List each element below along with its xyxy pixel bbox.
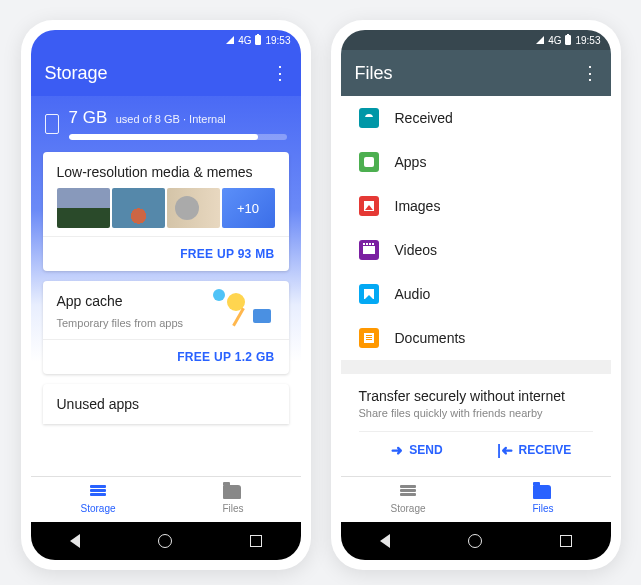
receive-button[interactable]: ➜| RECEIVE [476,432,593,468]
transfer-card: Transfer securely without internet Share… [341,374,611,476]
battery-icon [255,35,261,45]
network-label: 4G [548,35,561,46]
nav-label: Files [532,503,553,514]
bottom-nav: Storage Files [341,476,611,522]
thumbnail-more[interactable]: +10 [222,188,275,228]
home-button[interactable] [468,534,482,548]
documents-icon [359,328,379,348]
card-unused-apps[interactable]: Unused apps [43,384,289,424]
clock: 19:53 [575,35,600,46]
battery-icon [565,35,571,45]
nav-storage[interactable]: Storage [31,477,166,522]
system-nav-bar [341,522,611,560]
apps-icon [359,152,379,172]
category-received[interactable]: Received [341,96,611,140]
category-label: Received [395,110,453,126]
page-title: Storage [45,63,108,84]
nav-files[interactable]: Files [476,477,611,522]
signal-icon [226,36,234,44]
phone-icon [45,114,59,134]
card-subtitle: Temporary files from apps [43,317,209,337]
nav-files[interactable]: Files [166,477,301,522]
recents-button[interactable] [560,535,572,547]
category-images[interactable]: Images [341,184,611,228]
category-apps[interactable]: Apps [341,140,611,184]
cache-illustration [209,289,279,339]
received-icon [359,108,379,128]
category-label: Images [395,198,441,214]
category-audio[interactable]: Audio [341,272,611,316]
send-label: SEND [409,443,442,457]
audio-icon [359,284,379,304]
free-up-button[interactable]: FREE UP 1.2 GB [43,339,289,374]
thumbnail[interactable] [167,188,220,228]
back-button[interactable] [380,534,390,548]
thumbnail[interactable] [112,188,165,228]
nav-label: Storage [80,503,115,514]
card-low-res-media[interactable]: Low-resolution media & memes +10 FREE UP… [43,152,289,271]
content-area: Received Apps Images Videos Audio Docume… [341,96,611,476]
back-button[interactable] [70,534,80,548]
clock: 19:53 [265,35,290,46]
category-label: Audio [395,286,431,302]
app-bar: Files ⋮ [341,50,611,96]
recents-button[interactable] [250,535,262,547]
transfer-title: Transfer securely without internet [359,388,593,404]
thumbnail[interactable] [57,188,110,228]
storage-used-value: 7 GB [69,108,108,127]
nav-label: Files [222,503,243,514]
category-label: Apps [395,154,427,170]
send-button[interactable]: ➜ SEND [359,432,476,468]
system-nav-bar [31,522,301,560]
send-icon: ➜ [391,442,403,458]
status-bar: 4G 19:53 [31,30,301,50]
storage-summary: 7 GB used of 8 GB · Internal [31,96,301,152]
category-videos[interactable]: Videos [341,228,611,272]
page-title: Files [355,63,393,84]
card-title: Low-resolution media & memes [43,152,289,188]
storage-used-label: used of 8 GB · Internal [116,113,226,125]
phone-storage: 4G 19:53 Storage ⋮ 7 GB used of 8 GB · I… [21,20,311,570]
content-area: 7 GB used of 8 GB · Internal Low-resolut… [31,96,301,476]
phone-files: 4G 19:53 Files ⋮ Received Apps Images Vi… [331,20,621,570]
network-label: 4G [238,35,251,46]
folder-icon [533,485,551,499]
status-bar: 4G 19:53 [341,30,611,50]
category-label: Documents [395,330,466,346]
videos-icon [359,240,379,260]
separator [341,360,611,374]
storage-icon [398,485,418,501]
nav-storage[interactable]: Storage [341,477,476,522]
folder-icon [223,485,241,499]
receive-label: RECEIVE [519,443,572,457]
bottom-nav: Storage Files [31,476,301,522]
category-documents[interactable]: Documents [341,316,611,360]
card-app-cache[interactable]: App cache Temporary files from apps FREE… [43,281,289,374]
images-icon [359,196,379,216]
home-button[interactable] [158,534,172,548]
card-title: App cache [43,281,209,317]
free-up-button[interactable]: FREE UP 93 MB [43,236,289,271]
signal-icon [536,36,544,44]
overflow-menu-icon[interactable]: ⋮ [581,62,597,84]
app-bar: Storage ⋮ [31,50,301,96]
overflow-menu-icon[interactable]: ⋮ [271,62,287,84]
media-thumbnails: +10 [43,188,289,236]
nav-label: Storage [390,503,425,514]
transfer-subtitle: Share files quickly with friends nearby [359,407,593,419]
storage-icon [88,485,108,501]
receive-icon: ➜| [497,442,513,458]
category-label: Videos [395,242,438,258]
storage-progress [69,134,287,140]
